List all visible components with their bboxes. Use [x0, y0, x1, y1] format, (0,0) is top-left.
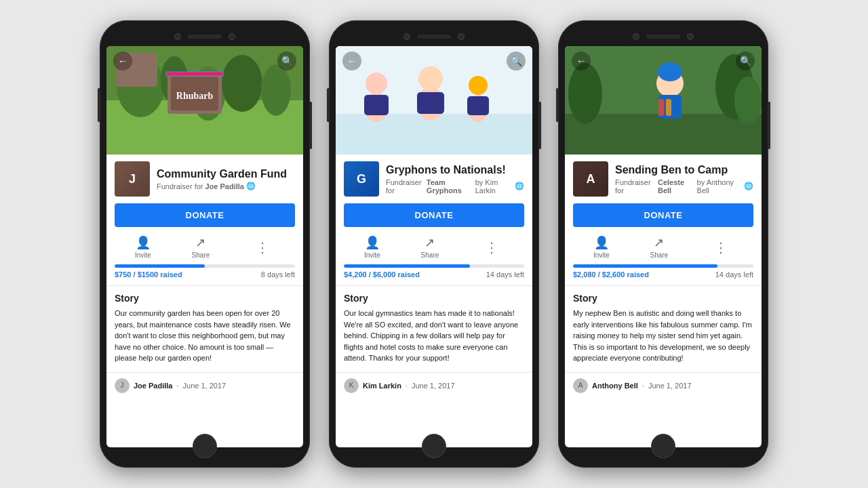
gym-progress-section: $4,200 / $6,000 raised 14 days left	[336, 264, 532, 281]
garden-progress-section: $750 / $1500 raised 8 days left	[106, 264, 303, 281]
camp-story-title: Story	[573, 293, 753, 304]
back-button-3[interactable]: ←	[572, 52, 591, 70]
share-button-3[interactable]: ↗ Share	[650, 235, 669, 259]
donate-button-2[interactable]: DONATE	[344, 203, 524, 227]
phone-top-bar-1	[106, 27, 303, 46]
garden-raised-text: $750 / $1500 raised	[115, 270, 182, 279]
donate-button-3[interactable]: DONATE	[573, 203, 753, 227]
donate-button-1[interactable]: DONATE	[115, 203, 295, 227]
garden-subtitle: Fundraiser for Joe Padilla 🌐	[157, 182, 295, 190]
phone-camera-2	[403, 33, 410, 40]
phone-bottom-bar-1	[106, 447, 303, 461]
phone-screen-3: ← 🔍 A Sending Ben to Camp Fundraiser for…	[565, 46, 762, 447]
gym-author-name: Kim Larkin	[363, 382, 401, 390]
share-button-1[interactable]: ↗ Share	[192, 235, 210, 259]
garden-story-text: Our community garden has been open for o…	[115, 308, 295, 364]
camp-hero-image: ← 🔍	[565, 46, 762, 155]
phone-camera-3b	[687, 33, 694, 40]
camp-hero-overlay: ← 🔍	[565, 46, 762, 76]
back-button-2[interactable]: ←	[342, 52, 361, 70]
camp-content-area: A Sending Ben to Camp Fundraiser for Cel…	[565, 155, 762, 447]
more-button-2[interactable]: ⋮	[479, 241, 504, 254]
phone-bottom-bar-3	[565, 447, 762, 461]
globe-icon-3: 🌐	[744, 182, 753, 190]
gym-fundraiser-header: G Gryphons to Nationals! Fundraiser for …	[336, 155, 532, 201]
camp-divider	[565, 285, 762, 286]
gym-story-section: Story Our local gymnastics team has made…	[336, 290, 532, 369]
phone-top-bar-2	[336, 27, 532, 46]
phone-home-button-1[interactable]	[193, 434, 217, 458]
phone-speaker-3	[646, 35, 680, 39]
search-button-1[interactable]: 🔍	[277, 52, 296, 70]
garden-progress-fill	[115, 264, 205, 268]
camp-title: Sending Ben to Camp	[615, 163, 753, 176]
phone-speaker-1	[188, 35, 222, 39]
phone-speaker-2	[417, 35, 451, 39]
share-label-1: Share	[192, 251, 210, 259]
camp-author-avatar: A	[573, 378, 588, 393]
garden-fundraiser-info: Community Garden Fund Fundraiser for Joe…	[157, 167, 295, 190]
camp-progress-fill	[573, 264, 717, 268]
garden-avatar: J	[115, 161, 150, 197]
phone-home-button-3[interactable]	[651, 434, 675, 458]
globe-icon-2: 🌐	[515, 182, 524, 190]
garden-author-name: Joe Padilla	[134, 382, 172, 390]
phone-gym: ← 🔍 G Gryphons to Nationals! Fundraiser …	[329, 20, 539, 468]
invite-button-2[interactable]: 👤 Invite	[364, 235, 380, 259]
garden-progress-track	[115, 264, 295, 268]
garden-story-section: Story Our community garden has been open…	[106, 290, 303, 369]
invite-icon-3: 👤	[594, 235, 609, 250]
more-button-3[interactable]: ⋮	[709, 241, 733, 254]
invite-button-3[interactable]: 👤 Invite	[593, 235, 610, 259]
share-label-3: Share	[650, 251, 669, 259]
garden-hero-image: Rhubarb ← 🔍	[106, 46, 303, 155]
svg-text:Rhubarb: Rhubarb	[176, 91, 214, 101]
invite-label-3: Invite	[593, 251, 610, 259]
gym-fundraiser-info: Gryphons to Nationals! Fundraiser for Te…	[386, 163, 524, 194]
gym-author-row: K Kim Larkin · June 1, 2017	[336, 372, 532, 400]
gym-content-area: G Gryphons to Nationals! Fundraiser for …	[336, 155, 532, 447]
svg-rect-24	[565, 114, 762, 155]
camp-progress-track	[573, 264, 753, 268]
search-button-3[interactable]: 🔍	[736, 52, 755, 70]
camp-progress-section: $2,080 / $2,600 raised 14 days left	[565, 264, 762, 281]
svg-rect-19	[417, 92, 444, 114]
phones-container: Rhubarb ← 🔍 J Community Garden Fund	[100, 20, 768, 468]
globe-icon-1: 🌐	[246, 182, 256, 190]
camp-author-dot: ·	[642, 382, 644, 390]
camp-fundraiser-header: A Sending Ben to Camp Fundraiser for Cel…	[565, 155, 762, 201]
share-icon-2: ↗	[425, 235, 435, 250]
invite-icon-1: 👤	[136, 235, 151, 250]
gym-raised-text: $4,200 / $6,000 raised	[344, 270, 420, 279]
garden-days-text: 8 days left	[261, 270, 295, 279]
camp-story-section: Story My nephew Ben is autistic and doin…	[565, 290, 762, 369]
camp-progress-meta: $2,080 / $2,600 raised 14 days left	[573, 270, 753, 279]
phone-camp: ← 🔍 A Sending Ben to Camp Fundraiser for…	[558, 20, 768, 468]
back-button-1[interactable]: ←	[113, 52, 132, 70]
phone-screen-2: ← 🔍 G Gryphons to Nationals! Fundraiser …	[336, 46, 532, 447]
camp-avatar: A	[573, 161, 608, 197]
svg-rect-31	[658, 99, 664, 116]
invite-icon-2: 👤	[365, 235, 380, 250]
garden-author-date-val: June 1, 2017	[183, 382, 226, 390]
camp-author-date-val: June 1, 2017	[648, 382, 692, 390]
gym-story-text: Our local gymnastics team has made it to…	[344, 308, 524, 364]
svg-rect-32	[666, 99, 671, 116]
garden-author-date: ·	[176, 382, 178, 390]
invite-button-1[interactable]: 👤 Invite	[135, 235, 151, 259]
camp-days-text: 14 days left	[715, 270, 753, 279]
phone-home-button-2[interactable]	[422, 434, 446, 458]
gym-author-date-val: June 1, 2017	[412, 382, 455, 390]
camp-author-row: A Anthony Bell · June 1, 2017	[565, 372, 762, 400]
more-button-1[interactable]: ⋮	[250, 241, 275, 254]
phone-camera-3	[633, 33, 639, 40]
share-button-2[interactable]: ↗ Share	[421, 235, 439, 259]
gym-hero-image: ← 🔍	[336, 46, 532, 155]
gym-progress-track	[344, 264, 524, 268]
garden-author-row: J Joe Padilla · June 1, 2017	[106, 372, 303, 400]
search-button-2[interactable]: 🔍	[507, 52, 526, 70]
garden-progress-meta: $750 / $1500 raised 8 days left	[115, 270, 295, 279]
share-icon-1: ↗	[195, 235, 205, 250]
gym-story-title: Story	[344, 293, 524, 304]
gym-title: Gryphons to Nationals!	[386, 163, 524, 176]
